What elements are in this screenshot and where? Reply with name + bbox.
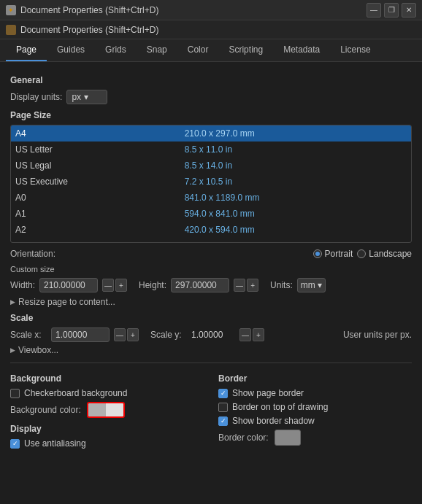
table-row[interactable]: US Legal8.5 x 14.0 in — [11, 158, 411, 174]
display-units-row: Display units: px ▾ — [10, 90, 412, 104]
viewbox-row[interactable]: ▶ Viewbox... — [10, 345, 412, 355]
units-dropdown[interactable]: mm ▾ — [297, 278, 326, 292]
custom-size-section: Custom size — [10, 265, 412, 274]
show-page-border-row: Show page border — [218, 388, 412, 398]
page-name-cell: US Legal — [11, 158, 180, 174]
height-minus-btn[interactable]: — — [234, 279, 245, 292]
resize-page-row[interactable]: ▶ Resize page to content... — [10, 297, 412, 307]
tab-scripting[interactable]: Scripting — [218, 39, 273, 61]
units-arrow: ▾ — [318, 280, 322, 290]
page-size-cell: 210.0 x 297.0 mm — [180, 125, 411, 141]
bg-color-row: Background color: — [10, 402, 204, 418]
display-units-dropdown[interactable]: px ▾ — [66, 90, 107, 104]
page-name-cell: US Letter — [11, 141, 180, 158]
swatch-right — [106, 403, 123, 416]
bottom-right: Border Show page border Border on top of… — [218, 368, 412, 452]
page-name-cell: US Executive — [11, 174, 180, 190]
custom-size-row: Width: — + Height: — + Units: mm ▾ — [10, 278, 412, 292]
scale-x-input[interactable] — [51, 327, 110, 342]
page-size-table: A4210.0 x 297.0 mmUS Letter8.5 x 11.0 in… — [11, 125, 411, 238]
page-size-cell: 8.5 x 14.0 in — [180, 158, 411, 174]
page-name-cell: A1 — [11, 206, 180, 222]
show-border-shadow-row: Show border shadow — [218, 416, 412, 426]
scale-y-minus[interactable]: — — [239, 328, 251, 341]
bg-color-swatch[interactable] — [87, 402, 125, 418]
border-color-row: Border color: — [218, 430, 412, 446]
height-spinners: — + — [234, 279, 258, 292]
page-name-cell: A4 — [11, 125, 180, 141]
height-input[interactable] — [171, 278, 229, 292]
page-size-cell: 7.2 x 10.5 in — [180, 174, 411, 190]
close-button[interactable]: ✕ — [402, 3, 416, 18]
tab-color[interactable]: Color — [177, 39, 219, 61]
orientation-row: Orientation: Portrait Landscape — [10, 249, 412, 259]
bg-color-label: Background color: — [10, 405, 81, 415]
restore-button[interactable]: ❐ — [384, 3, 399, 18]
bottom-section: Background Checkerboard background Backg… — [10, 368, 412, 452]
show-border-shadow-label: Show border shadow — [232, 416, 315, 426]
width-label: Width: — [10, 280, 35, 290]
antialiasing-row: Use antialiasing — [10, 438, 204, 449]
scale-x-spinners: — + — [114, 328, 139, 341]
border-color-swatch[interactable] — [275, 430, 301, 446]
table-row[interactable]: A4210.0 x 297.0 mm — [11, 125, 411, 141]
table-row[interactable]: US Letter8.5 x 11.0 in — [11, 141, 411, 158]
show-page-border-label: Show page border — [232, 388, 304, 398]
scale-row: Scale x: — + Scale y: 1.00000 — + User u… — [10, 327, 412, 342]
portrait-radio[interactable] — [313, 249, 322, 258]
checkerboard-row: Checkerboard background — [10, 388, 204, 398]
portrait-label: Portrait — [325, 249, 353, 259]
width-spinners: — + — [102, 279, 127, 292]
width-minus-btn[interactable]: — — [102, 279, 114, 292]
table-row[interactable]: A2420.0 x 594.0 mm — [11, 222, 411, 238]
scale-y-plus[interactable]: + — [253, 328, 264, 341]
border-section-label: Border — [218, 373, 412, 384]
tab-license[interactable]: License — [330, 39, 380, 61]
checkerboard-checkbox[interactable] — [10, 389, 20, 398]
divider-1 — [10, 363, 412, 363]
show-border-shadow-checkbox[interactable] — [218, 416, 228, 426]
antialiasing-label: Use antialiasing — [24, 438, 86, 449]
doc-icon — [6, 25, 16, 35]
scale-y-spinners: — + — [239, 328, 264, 341]
title-bar: ✦ Document Properties (Shift+Ctrl+D) — ❐… — [0, 0, 422, 20]
page-name-cell: A0 — [11, 190, 180, 206]
user-units-label: User units per px. — [343, 330, 412, 340]
table-row[interactable]: A1594.0 x 841.0 mm — [11, 206, 411, 222]
tab-guides[interactable]: Guides — [47, 39, 95, 61]
units-label: Units: — [270, 280, 293, 290]
tab-page[interactable]: Page — [6, 39, 47, 61]
show-page-border-checkbox[interactable] — [218, 389, 228, 398]
landscape-option[interactable]: Landscape — [357, 249, 412, 259]
height-plus-btn[interactable]: + — [247, 279, 258, 292]
display-section-label: Display — [10, 424, 204, 434]
scale-label: Scale — [10, 313, 412, 323]
portrait-option[interactable]: Portrait — [313, 249, 353, 259]
table-row[interactable]: A0841.0 x 1189.0 mm — [11, 190, 411, 206]
width-input[interactable] — [39, 278, 98, 292]
border-on-top-checkbox[interactable] — [218, 403, 228, 412]
border-on-top-label: Border on top of drawing — [232, 402, 328, 412]
page-size-cell: 420.0 x 594.0 mm — [180, 222, 411, 238]
width-plus-btn[interactable]: + — [115, 279, 127, 292]
checkerboard-label: Checkerboard background — [24, 388, 127, 398]
table-row[interactable]: US Executive7.2 x 10.5 in — [11, 174, 411, 190]
tab-grids[interactable]: Grids — [95, 39, 137, 61]
sub-title-bar: Document Properties (Shift+Ctrl+D) — [0, 20, 422, 39]
tab-snap[interactable]: Snap — [137, 39, 177, 61]
bottom-left: Background Checkerboard background Backg… — [10, 368, 204, 452]
background-section-label: Background — [10, 373, 204, 384]
landscape-radio[interactable] — [357, 249, 366, 258]
page-size-table-wrapper: A4210.0 x 297.0 mmUS Letter8.5 x 11.0 in… — [10, 125, 412, 243]
viewbox-arrow-icon: ▶ — [10, 346, 15, 354]
tab-metadata[interactable]: Metadata — [273, 39, 330, 61]
viewbox-label: Viewbox... — [18, 345, 58, 355]
scale-x-minus[interactable]: — — [114, 328, 126, 341]
scale-x-plus[interactable]: + — [127, 328, 139, 341]
page-size-cell: 594.0 x 841.0 mm — [180, 206, 411, 222]
antialiasing-checkbox[interactable] — [10, 439, 20, 449]
page-size-cell: 841.0 x 1189.0 mm — [180, 190, 411, 206]
display-units-label: Display units: — [10, 92, 62, 102]
app-icon: ✦ — [6, 5, 16, 15]
minimize-button[interactable]: — — [367, 3, 381, 18]
